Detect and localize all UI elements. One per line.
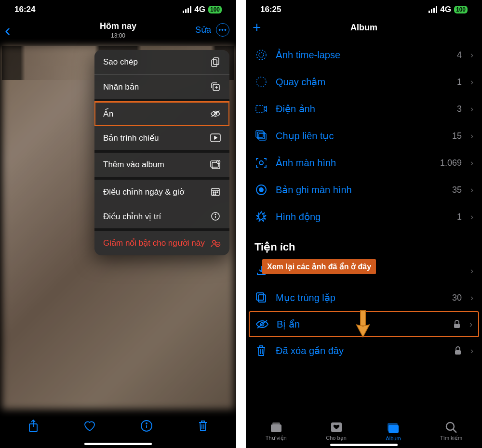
row-label: Mục trùng lặp: [276, 292, 335, 303]
status-bar: 16:24 4G 100: [0, 0, 236, 16]
row-label: Điện ảnh: [276, 103, 315, 115]
foryou-icon: [329, 421, 344, 434]
menu-copy[interactable]: Sao chép: [94, 50, 229, 75]
row-animated[interactable]: Hình động 1 ›: [246, 203, 482, 230]
row-count: 1: [457, 77, 462, 87]
more-button[interactable]: •••: [216, 23, 229, 37]
battery-icon: 100: [208, 6, 222, 13]
row-slomo[interactable]: Quay chậm 1 ›: [246, 68, 482, 95]
phone-left: 16:24 4G 100 ‹ Hôm nay 13:00 Sửa ••• Sao…: [0, 0, 236, 448]
menu-label: Điều chỉnh ngày & giờ: [103, 187, 184, 197]
menu-slideshow[interactable]: Bản trình chiếu: [94, 126, 229, 153]
menu-label: Điều chỉnh vị trí: [103, 211, 161, 222]
add-album-icon: [210, 159, 221, 170]
album-list[interactable]: Ảnh time-lapse 4 › Quay chậm 1 › Điện ản…: [246, 41, 482, 410]
row-timelapse[interactable]: Ảnh time-lapse 4 ›: [246, 41, 482, 68]
svg-line-53: [453, 429, 456, 433]
svg-point-19: [213, 240, 215, 243]
row-label: Quay chậm: [276, 76, 325, 88]
nav-actions: Sửa •••: [195, 23, 229, 37]
tab-label: Tìm kiếm: [440, 435, 462, 441]
svg-point-30: [256, 77, 266, 87]
svg-point-12: [215, 192, 216, 193]
row-count: 1: [457, 212, 462, 222]
svg-rect-31: [256, 105, 264, 112]
home-indicator[interactable]: [84, 443, 152, 445]
menu-duplicate[interactable]: Nhân bản: [94, 75, 229, 102]
favorite-button[interactable]: [79, 415, 100, 436]
svg-point-25: [146, 423, 147, 424]
tab-label: Thư viện: [266, 435, 287, 441]
row-label: Hình động: [276, 211, 321, 223]
network-label: 4G: [194, 5, 205, 14]
chevron-icon: ›: [470, 212, 473, 222]
tab-search[interactable]: Tìm kiếm: [440, 421, 462, 441]
back-button[interactable]: ‹: [5, 21, 10, 40]
svg-point-52: [446, 422, 454, 430]
row-cinematic[interactable]: Điện ảnh 3 ›: [246, 95, 482, 122]
row-burst[interactable]: Chụp liên tục 15 ›: [246, 122, 482, 149]
svg-point-37: [259, 188, 263, 192]
row-count: 35: [452, 185, 462, 195]
menu-label: Nhân bản: [103, 82, 139, 92]
row-count: 15: [452, 131, 462, 141]
chevron-icon: ›: [470, 293, 473, 303]
trash-icon: [254, 344, 268, 357]
delete-button[interactable]: [192, 415, 214, 436]
row-screenrec[interactable]: Bản ghi màn hình 35 ›: [246, 176, 482, 203]
edit-button[interactable]: Sửa: [195, 25, 211, 35]
section-utilities: Tiện ích: [246, 230, 482, 257]
svg-rect-45: [455, 350, 461, 355]
hidden-icon: [255, 317, 269, 331]
svg-rect-47: [271, 424, 281, 432]
menu-adjust-location[interactable]: Điều chỉnh vị trí: [94, 204, 229, 231]
chevron-icon: ›: [470, 77, 473, 87]
menu-label: Giảm nổi bật cho người này: [103, 238, 205, 248]
svg-rect-0: [214, 58, 219, 65]
nav-title-text: Hôm nay: [100, 21, 136, 31]
svg-line-4: [212, 111, 220, 117]
row-deleted[interactable]: Đã xóa gần đây ›: [246, 337, 482, 364]
row-label: Ảnh time-lapse: [276, 49, 340, 61]
annotation-arrow-icon: [352, 309, 374, 338]
add-button[interactable]: +: [253, 19, 261, 36]
battery-icon: 100: [454, 6, 468, 13]
svg-point-13: [217, 192, 218, 193]
menu-add-album[interactable]: Thêm vào album: [94, 153, 229, 180]
row-count: 4: [457, 50, 462, 60]
row-count: 30: [452, 293, 462, 303]
row-duplicates[interactable]: Mục trùng lặp 30 ›: [246, 284, 482, 311]
chevron-icon: ›: [470, 158, 473, 168]
tab-bar: Thư viện Cho bạn Album Tìm kiếm: [246, 418, 482, 441]
signal-icon: [183, 6, 191, 13]
row-label: Đã xóa gần đây: [276, 345, 344, 356]
header-title: Album: [350, 23, 377, 33]
row-imports[interactable]: — - › Xem lại các ảnh đã ẩn ở đây: [246, 257, 482, 284]
menu-adjust-datetime[interactable]: Điều chỉnh ngày & giờ: [94, 180, 229, 204]
home-indicator[interactable]: [330, 444, 398, 446]
tab-label: Album: [386, 435, 401, 441]
svg-point-15: [215, 194, 216, 195]
info-button[interactable]: [136, 415, 157, 436]
svg-rect-51: [388, 423, 398, 431]
menu-feature-less[interactable]: Giảm nổi bật cho người này: [94, 231, 229, 255]
svg-point-14: [213, 194, 214, 195]
tab-foryou[interactable]: Cho bạn: [326, 421, 346, 441]
svg-point-11: [213, 192, 214, 193]
share-button[interactable]: [23, 415, 44, 436]
row-label: Chụp liên tục: [276, 130, 334, 142]
row-screenshot[interactable]: Ảnh màn hình 1.069 ›: [246, 149, 482, 176]
tab-album[interactable]: Album: [386, 422, 401, 441]
tab-library[interactable]: Thư viện: [266, 421, 287, 441]
row-label: Bị ẩn: [277, 318, 300, 330]
svg-rect-46: [361, 311, 366, 326]
burst-icon: [254, 129, 268, 143]
svg-point-29: [256, 50, 266, 60]
cinematic-icon: [254, 102, 268, 116]
album-icon: [386, 422, 401, 434]
library-icon: [269, 421, 283, 434]
screenshot-icon: [254, 156, 268, 170]
status-time: 16:25: [260, 5, 281, 14]
menu-hide[interactable]: Ẩn: [94, 101, 229, 126]
album-header: + Album: [246, 16, 482, 39]
